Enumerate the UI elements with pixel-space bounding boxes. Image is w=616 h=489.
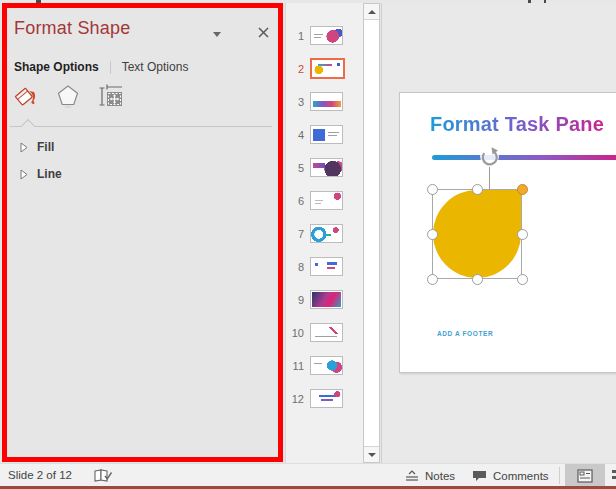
- slide-thumbnail-image: [310, 158, 343, 177]
- slide-thumbnail-8[interactable]: 8: [286, 250, 363, 283]
- slide-thumbnail-9[interactable]: 9: [286, 283, 363, 316]
- pane-tabs: Shape Options Text Options: [14, 58, 188, 76]
- comments-label: Comments: [493, 470, 549, 482]
- slide-number: 9: [286, 294, 310, 306]
- slide-number: 1: [286, 30, 310, 42]
- slide-thumbnail-image: [310, 257, 343, 276]
- partial-icon: [612, 470, 616, 473]
- adjust-handle-top-right[interactable]: [517, 184, 528, 195]
- teardrop-shape[interactable]: [433, 190, 521, 278]
- slide-thumbnail-image: [310, 92, 343, 111]
- size-and-properties-icon[interactable]: [98, 83, 124, 110]
- comments-button[interactable]: Comments: [468, 464, 553, 487]
- chevron-down-icon: [213, 32, 221, 37]
- resize-handle-middle-right[interactable]: [517, 229, 528, 240]
- notes-label: Notes: [425, 470, 455, 482]
- slide-thumbnail-image: [310, 290, 343, 309]
- pane-icon-row: [12, 83, 124, 110]
- shape-selection-box: [432, 189, 522, 279]
- status-separator: [559, 467, 560, 484]
- thumbnail-panel: 1 2 3 4 5 6 7 8: [285, 3, 363, 463]
- slide-gradient-bar[interactable]: [432, 155, 616, 160]
- slide-thumbnail-image: [310, 58, 345, 79]
- tab-separator: [110, 61, 111, 74]
- scroll-up-button[interactable]: [364, 4, 379, 20]
- comment-icon: [472, 469, 487, 482]
- slide-thumbnail-image: [310, 356, 343, 375]
- fill-section-header[interactable]: Fill: [20, 140, 54, 154]
- fill-section-label: Fill: [37, 140, 54, 154]
- slide-thumbnail-image: [310, 224, 343, 243]
- slide-thumbnail-image: [310, 26, 343, 45]
- spellcheck-book-icon: [93, 468, 113, 484]
- rotation-connector-line: [489, 167, 490, 189]
- slide-thumbnail-5[interactable]: 5: [286, 151, 363, 184]
- resize-handle-middle-left[interactable]: [427, 229, 438, 240]
- footer-placeholder[interactable]: ADD A FOOTER: [437, 330, 493, 337]
- rotate-handle[interactable]: [479, 146, 500, 167]
- slide-number: 12: [286, 393, 310, 405]
- normal-view-button[interactable]: [565, 464, 605, 487]
- slide-thumbnail-image: [310, 389, 343, 408]
- slide-number: 6: [286, 195, 310, 207]
- rotate-icon: [479, 146, 500, 167]
- slide-thumbnail-6[interactable]: 6: [286, 184, 363, 217]
- slide-thumbnail-4[interactable]: 4: [286, 118, 363, 151]
- thumbnail-scrollbar[interactable]: [363, 3, 380, 463]
- triangle-up-icon: [368, 10, 376, 14]
- slide-thumbnail-7[interactable]: 7: [286, 217, 363, 250]
- slide-editing-area: Format Task Pane: [381, 3, 616, 463]
- format-shape-pane: Format Shape Shape Options Text Options: [0, 3, 285, 463]
- slide-indicator: Slide 2 of 12: [8, 469, 72, 481]
- normal-view-icon: [577, 469, 593, 483]
- slide-thumbnail-image: [310, 191, 343, 210]
- resize-handle-bottom-center[interactable]: [472, 274, 483, 285]
- slide-number: 7: [286, 228, 310, 240]
- selected-category-notch: [21, 119, 35, 133]
- line-section-label: Line: [37, 167, 62, 181]
- pane-options-button[interactable]: [206, 25, 228, 43]
- status-bar: Slide 2 of 12 Notes Comments: [0, 463, 616, 486]
- slide-number: 3: [286, 96, 310, 108]
- slide-number: 2: [286, 63, 310, 75]
- slide-number: 8: [286, 261, 310, 273]
- powerpoint-window: Format Shape Shape Options Text Options: [0, 0, 616, 489]
- proofing-status-button[interactable]: [93, 468, 113, 484]
- notes-button[interactable]: Notes: [401, 464, 459, 487]
- slide-number: 10: [286, 327, 310, 339]
- resize-handle-top-center[interactable]: [472, 184, 483, 195]
- slide-sorter-view-button[interactable]: [611, 464, 616, 487]
- slide-thumbnail-image: [310, 125, 343, 144]
- expand-triangle-icon: [20, 142, 28, 153]
- slide-thumbnail-2-selected[interactable]: 2: [286, 52, 363, 85]
- close-icon: [252, 23, 274, 43]
- expand-triangle-icon: [20, 169, 28, 180]
- fill-and-line-icon[interactable]: [12, 83, 38, 110]
- tab-shape-options[interactable]: Shape Options: [14, 60, 99, 74]
- slide-number: 11: [286, 360, 310, 372]
- triangle-down-icon: [368, 453, 376, 457]
- partial-icon: [612, 476, 616, 479]
- slide-number: 4: [286, 129, 310, 141]
- pane-divider: [10, 126, 272, 127]
- slide-thumbnail-11[interactable]: 11: [286, 349, 363, 382]
- resize-handle-bottom-left[interactable]: [427, 274, 438, 285]
- slide-thumbnail-12[interactable]: 12: [286, 382, 363, 415]
- slide-title-text[interactable]: Format Task Pane: [430, 113, 616, 136]
- pane-close-button[interactable]: [252, 23, 274, 43]
- slide-canvas[interactable]: Format Task Pane: [399, 92, 616, 373]
- slide-thumbnail-3[interactable]: 3: [286, 85, 363, 118]
- tab-text-options[interactable]: Text Options: [122, 60, 189, 74]
- pane-title: Format Shape: [14, 18, 130, 39]
- line-section-header[interactable]: Line: [20, 167, 62, 181]
- effects-icon[interactable]: [55, 83, 81, 110]
- scroll-down-button[interactable]: [364, 446, 379, 462]
- slide-number: 5: [286, 162, 310, 174]
- resize-handle-bottom-right[interactable]: [517, 274, 528, 285]
- slide-thumbnail-10[interactable]: 10: [286, 316, 363, 349]
- slide-thumbnail-image: [310, 323, 343, 342]
- notes-icon: [405, 470, 419, 482]
- slide-thumbnail-1[interactable]: 1: [286, 19, 363, 52]
- resize-handle-top-left[interactable]: [427, 184, 438, 195]
